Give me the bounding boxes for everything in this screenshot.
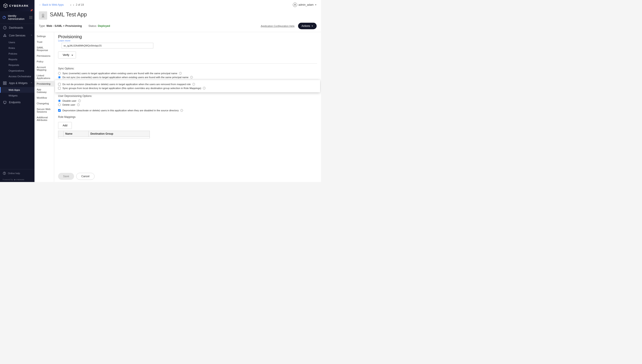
panel: Provisioning Learn more sc_igJAL02Ad6MhQ… (54, 32, 321, 182)
subnav-saml-response[interactable]: SAML Response (35, 45, 54, 53)
nav-endpoints[interactable]: Endpoints (0, 98, 35, 106)
cancel-button[interactable]: Cancel (76, 173, 94, 180)
back-label: Back to Web Apps (42, 3, 64, 6)
add-button[interactable]: Add (58, 122, 72, 129)
do-not-deprovision-option[interactable]: Do not de-provision (deactivate or delet… (58, 82, 317, 86)
nav-web-apps[interactable]: Web Apps (0, 87, 35, 93)
nav-core-services[interactable]: Core Services ⌃ (0, 32, 35, 40)
sync-overwrite-option[interactable]: Sync (overwrite) users to target applica… (58, 71, 317, 75)
top-bar: ← Back to Web Apps ‹ › 2 of 19 admin_ada… (35, 0, 321, 10)
sync-groups-option[interactable]: Sync groups from local directory to targ… (58, 86, 317, 90)
subnav-policy[interactable]: Policy (35, 59, 54, 64)
svg-point-11 (4, 34, 6, 35)
info-icon[interactable]: i (179, 72, 182, 75)
user-name: admin_adam (299, 3, 314, 6)
table-header: Name Destination Group (58, 131, 150, 137)
divider (58, 63, 317, 64)
info-icon[interactable]: i (77, 104, 80, 106)
info-icon[interactable]: i (203, 87, 206, 90)
brand-logo: CYBERARK 📌 (0, 0, 35, 11)
token-input[interactable]: sc_igJAL02Ad6MhQWQv5tIrdajv2S (62, 43, 153, 48)
subnav-additional-attributes[interactable]: Additional Attributes (35, 114, 54, 123)
info-icon[interactable]: i (192, 83, 195, 86)
type-label: Type: (39, 24, 46, 28)
sync-groups-checkbox[interactable] (58, 87, 61, 90)
pin-icon[interactable]: 📌 (30, 9, 33, 12)
pager-next[interactable]: › (73, 3, 74, 6)
pager-prev[interactable]: ‹ (70, 3, 72, 6)
footer-links: Online help Powered by ⬢ CYBERARK (0, 169, 35, 182)
apps-icon (3, 81, 7, 85)
pager: ‹ › 2 of 19 (70, 3, 84, 6)
nav-access-orchestrator[interactable]: Access Orchestrator (0, 74, 35, 79)
do-not-sync-radio[interactable] (58, 76, 61, 78)
deprovision-option[interactable]: Deprovision (deactivate or delete) users… (58, 108, 317, 112)
user-deprov-label: User Deprovisioning Options: (58, 94, 317, 98)
endpoints-icon (3, 100, 7, 104)
info-icon[interactable]: i (180, 109, 183, 112)
option-label: Sync groups from local directory to targ… (63, 87, 201, 90)
deprovision-checkbox[interactable] (58, 109, 61, 112)
svg-point-2 (31, 16, 31, 17)
type-value: Web - SAML + Provisioning (47, 24, 82, 28)
module-title: Identity Administration (8, 14, 29, 20)
disable-user-option[interactable]: Disable user i (58, 99, 317, 103)
subnav-changelog[interactable]: Changelog (35, 100, 54, 106)
learn-more-link[interactable]: Learn more (58, 39, 317, 42)
nav-users[interactable]: Users (0, 40, 35, 45)
nav-organizations[interactable]: Organizations (0, 68, 35, 74)
delete-user-radio[interactable] (58, 104, 61, 106)
subnav-provisioning[interactable]: Provisioning (35, 81, 54, 87)
subnav-account-mapping[interactable]: Account Mapping (35, 64, 54, 73)
option-label: Sync (overwrite) users to target applica… (63, 72, 177, 75)
verify-button[interactable]: Verify (58, 52, 76, 58)
chevron-up-icon: ⌃ (31, 34, 32, 37)
panel-footer: Save Cancel (54, 170, 321, 182)
disable-user-radio[interactable] (58, 100, 61, 102)
config-help-link[interactable]: Application Configuration Help (261, 25, 295, 27)
online-help[interactable]: Online help (0, 169, 35, 177)
pager-label: 2 of 19 (76, 3, 84, 6)
subnav-app-gateway[interactable]: App Gateway (35, 87, 54, 95)
nav-policies[interactable]: Policies (0, 51, 35, 56)
subnav-settings[interactable]: Settings (35, 34, 54, 39)
do-not-deprovision-checkbox[interactable] (58, 83, 61, 86)
svg-rect-15 (5, 82, 6, 83)
actions-button[interactable]: Actions ▼ (298, 23, 317, 29)
subnav-linked-applications[interactable]: Linked Applications (35, 73, 54, 81)
do-not-sync-option[interactable]: Do not sync (no overwrite) users to targ… (58, 75, 317, 79)
save-button[interactable]: Save (58, 173, 74, 180)
option-label: Do not sync (no overwrite) users to targ… (63, 76, 189, 78)
svg-point-1 (30, 16, 30, 17)
option-label: Do not de-provision (deactivate or delet… (63, 83, 191, 86)
sync-overwrite-radio[interactable] (58, 72, 61, 75)
svg-point-12 (4, 36, 5, 37)
app-header: SAML Test App (35, 10, 321, 23)
app-badge-icon (39, 11, 47, 20)
back-link[interactable]: ← Back to Web Apps (39, 3, 64, 6)
subnav-trust[interactable]: Trust (35, 39, 54, 45)
subnav-permissions[interactable]: Permissions (35, 53, 54, 59)
info-icon[interactable]: i (78, 100, 81, 102)
verify-label: Verify (63, 54, 69, 56)
help-label: Online help (8, 172, 20, 174)
svg-point-7 (30, 18, 30, 19)
nav-dashboards[interactable]: Dashboards (0, 24, 35, 32)
brand-text: CYBERARK (9, 4, 29, 8)
nav-roles[interactable]: Roles (0, 45, 35, 51)
app-grid-icon[interactable] (29, 16, 32, 19)
chevron-down-icon: ▼ (311, 25, 313, 27)
nav-label: Endpoints (9, 101, 21, 104)
delete-user-option[interactable]: Delete user i (58, 103, 317, 107)
svg-text:⬢ CYBERARK: ⬢ CYBERARK (14, 179, 25, 180)
nav-apps-widgets[interactable]: Apps & Widgets ⌃ (0, 79, 35, 87)
user-menu[interactable]: admin_adam ▼ (293, 2, 317, 7)
nav-reports[interactable]: Reports (0, 56, 35, 62)
nav-widgets[interactable]: Widgets (0, 93, 35, 98)
actions-label: Actions (302, 24, 310, 28)
subnav-secure-web-sessions[interactable]: Secure Web Sessions (35, 106, 54, 114)
info-icon[interactable]: i (190, 76, 193, 78)
subnav-workflow[interactable]: Workflow (35, 95, 54, 100)
th-destination: Destination Group (89, 131, 150, 137)
nav-requests[interactable]: Requests (0, 62, 35, 68)
